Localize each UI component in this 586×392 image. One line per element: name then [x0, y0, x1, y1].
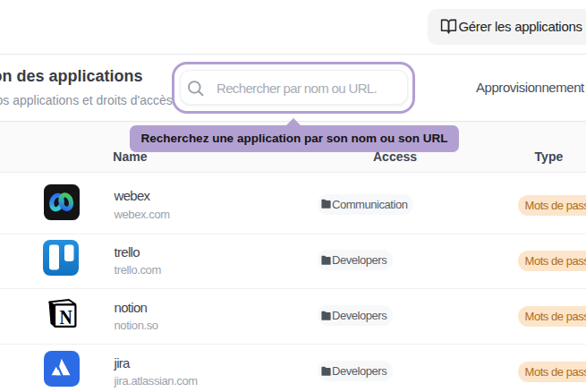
svg-text:N: N	[59, 306, 72, 328]
